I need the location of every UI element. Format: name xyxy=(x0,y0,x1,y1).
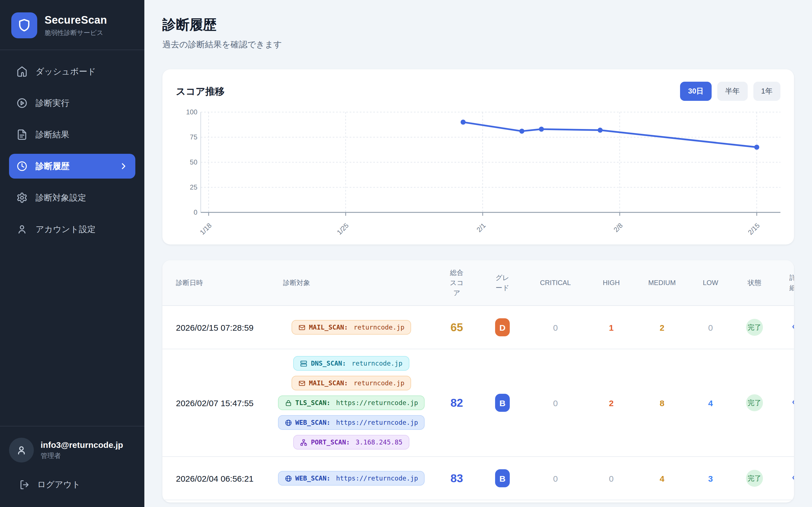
range-switcher: 30日 半年 1年 xyxy=(680,82,780,101)
header-grade: グレード xyxy=(480,260,524,305)
svg-text:25: 25 xyxy=(190,183,197,191)
eye-icon xyxy=(792,472,794,483)
svg-text:100: 100 xyxy=(186,108,197,116)
header-low: LOW xyxy=(688,260,733,305)
grade-cell: B xyxy=(480,457,524,500)
grade-badge: B xyxy=(495,394,510,412)
svg-text:2/8: 2/8 xyxy=(612,221,624,233)
header-total-score: 総合スコア xyxy=(433,260,480,305)
grade-cell: B xyxy=(480,349,524,457)
user-role: 管理者 xyxy=(41,451,123,460)
range-button-30d[interactable]: 30日 xyxy=(680,82,712,101)
svg-text:1/18: 1/18 xyxy=(198,221,213,236)
medium-count: 2 xyxy=(636,305,688,349)
score-line-chart: 02550751001/181/252/12/82/15 xyxy=(176,105,780,240)
page-subtitle: 過去の診断結果を確認できます xyxy=(162,40,794,50)
sidebar-item-scan-history[interactable]: 診断履歴 xyxy=(9,154,135,179)
total-score: 82 xyxy=(433,349,480,457)
app-tagline: 脆弱性診断サービス xyxy=(45,29,107,37)
grade-badge: D xyxy=(495,318,510,336)
chart-title: スコア推移 xyxy=(176,85,224,98)
mail-icon xyxy=(298,379,306,387)
home-icon xyxy=(16,66,28,77)
sidebar-item-label: アカウント設定 xyxy=(36,224,96,235)
header-scan-targets: 診断対象 xyxy=(269,260,433,305)
view-details-button[interactable] xyxy=(792,321,794,334)
scan-targets-cell: MAIL_SCAN:returncode.jp xyxy=(269,305,433,349)
sidebar-item-label: 診断履歴 xyxy=(36,161,69,172)
sidebar-item-dashboard[interactable]: ダッシュボード xyxy=(9,59,135,84)
globe-icon xyxy=(285,474,292,482)
status-badge: 完了 xyxy=(746,319,763,336)
history-table: 診断日時 診断対象 総合スコア グレード CRITICAL HIGH MEDIU… xyxy=(162,260,794,500)
sidebar-item-run-scan[interactable]: 診断実行 xyxy=(9,91,135,115)
low-count: 0 xyxy=(688,305,733,349)
logout-icon xyxy=(19,480,30,490)
target-badge-port-scan: PORT_SCAN:3.168.245.85 xyxy=(294,435,409,450)
user-icon xyxy=(16,224,28,235)
sidebar-item-label: ダッシュボード xyxy=(36,66,96,77)
sidebar: SecureScan 脆弱性診断サービス ダッシュボード 診断実行 診断結果 診… xyxy=(0,0,144,507)
range-button-half-year[interactable]: 半年 xyxy=(717,82,748,101)
svg-text:1/25: 1/25 xyxy=(335,221,350,236)
app-name: SecureScan xyxy=(45,14,107,26)
header-medium: MEDIUM xyxy=(636,260,688,305)
clock-icon xyxy=(16,161,28,172)
sidebar-item-scan-results[interactable]: 診断結果 xyxy=(9,122,135,147)
target-badge-web-scan: WEB_SCAN:https://returncode.jp xyxy=(278,415,424,430)
user-email: info3@returncode.jp xyxy=(41,440,123,449)
target-badge-dns-scan: DNS_SCAN:returncode.jp xyxy=(294,356,409,371)
play-circle-icon xyxy=(16,98,28,109)
sidebar-footer: info3@returncode.jp 管理者 ログアウト xyxy=(0,426,144,507)
header-high: HIGH xyxy=(587,260,636,305)
target-badge-tls-scan: TLS_SCAN:https://returncode.jp xyxy=(278,395,424,410)
file-text-icon xyxy=(16,129,28,140)
range-button-1y[interactable]: 1年 xyxy=(753,82,780,101)
critical-count: 0 xyxy=(524,457,587,500)
status-cell: 完了 xyxy=(733,305,776,349)
header-scan-datetime: 診断日時 xyxy=(162,260,269,305)
status-badge: 完了 xyxy=(746,469,763,487)
user-info: info3@returncode.jp 管理者 xyxy=(9,438,135,462)
scan-datetime: 2026/02/15 07:28:59 xyxy=(162,305,269,349)
detail-cell xyxy=(776,457,794,500)
medium-count: 4 xyxy=(636,457,688,500)
high-count: 1 xyxy=(587,305,636,349)
svg-text:50: 50 xyxy=(190,158,197,166)
view-details-button[interactable] xyxy=(792,472,794,485)
avatar xyxy=(9,438,34,462)
detail-cell xyxy=(776,305,794,349)
server-icon xyxy=(300,360,308,367)
history-row: 2026/02/07 15:47:55 DNS_SCAN:returncode.… xyxy=(162,349,794,457)
total-score: 65 xyxy=(433,305,480,349)
logout-label: ログアウト xyxy=(37,480,81,490)
scan-datetime: 2026/02/07 15:47:55 xyxy=(162,349,269,457)
sidebar-item-target-settings[interactable]: 診断対象設定 xyxy=(9,185,135,210)
header-detail: 詳細 xyxy=(776,260,794,305)
history-row: 2026/02/15 07:28:59 MAIL_SCAN:returncode… xyxy=(162,305,794,349)
gear-icon xyxy=(16,192,28,203)
scan-targets-cell: WEB_SCAN:https://returncode.jp xyxy=(269,457,433,500)
scan-datetime: 2026/02/04 06:56:21 xyxy=(162,457,269,500)
score-trend-card: スコア推移 30日 半年 1年 02550751001/181/252/12/8… xyxy=(162,69,794,244)
grade-cell: D xyxy=(480,305,524,349)
chevron-right-icon xyxy=(119,162,128,171)
svg-text:2/15: 2/15 xyxy=(746,221,761,236)
view-details-button[interactable] xyxy=(792,396,794,409)
svg-text:0: 0 xyxy=(194,209,197,216)
low-count: 3 xyxy=(688,457,733,500)
sidebar-item-label: 診断実行 xyxy=(36,98,69,108)
high-count: 0 xyxy=(587,457,636,500)
grade-badge: B xyxy=(495,469,510,487)
detail-cell xyxy=(776,349,794,457)
secure-scan-app: SecureScan 脆弱性診断サービス ダッシュボード 診断実行 診断結果 診… xyxy=(0,0,812,507)
app-logo: SecureScan 脆弱性診断サービス xyxy=(0,0,144,50)
sidebar-nav: ダッシュボード 診断実行 診断結果 診断履歴 診断対象設定 xyxy=(0,50,144,258)
person-icon xyxy=(15,444,28,456)
logout-button[interactable]: ログアウト xyxy=(9,480,135,490)
score-trend-header: スコア推移 30日 半年 1年 xyxy=(176,82,780,101)
user-text-block: info3@returncode.jp 管理者 xyxy=(41,440,123,460)
lock-icon xyxy=(285,399,292,406)
sidebar-item-account-settings[interactable]: アカウント設定 xyxy=(9,217,135,242)
low-count: 4 xyxy=(688,349,733,457)
